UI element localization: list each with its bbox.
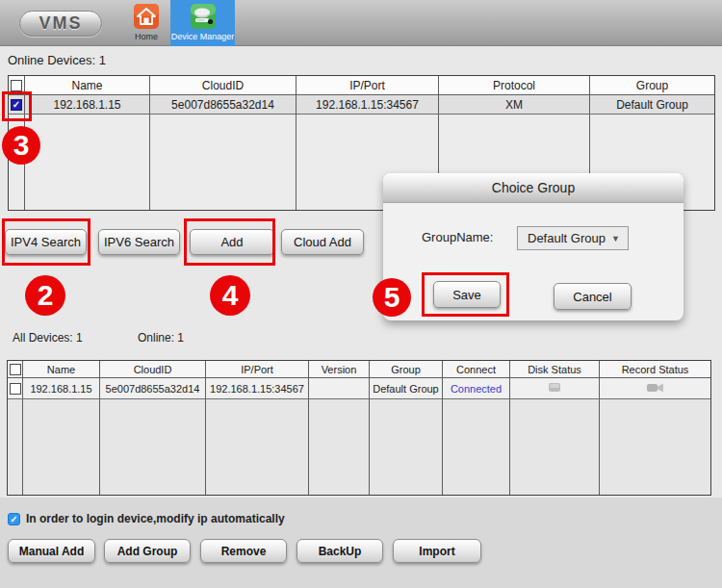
cell-cloudid: 5e007d8655a32d14	[150, 95, 297, 114]
col-cloudid: CloudID	[100, 361, 206, 377]
col-connect: Connect	[443, 361, 510, 377]
ipv6-search-button[interactable]: IPV6 Search	[98, 229, 180, 255]
tab-device-manager-label: Device Manager	[171, 32, 235, 41]
import-button[interactable]: Import	[393, 539, 481, 563]
cell-version	[309, 378, 370, 398]
select-all-checkbox[interactable]	[11, 80, 22, 91]
tab-home[interactable]: Home	[123, 0, 169, 46]
col-version: Version	[309, 361, 370, 377]
online-table-header: Name CloudID IP/Port Protocol Group	[9, 76, 714, 95]
cancel-button[interactable]: Cancel	[554, 283, 632, 310]
group-name-dropdown[interactable]: Default Group ▼	[517, 226, 629, 250]
vms-window: VMS Home	[0, 0, 722, 588]
all-devices-table: Name CloudID IP/Port Version Group Conne…	[7, 360, 711, 496]
online-device-row[interactable]: ✓ 192.168.1.15 5e007d8655a32d14 192.168.…	[9, 95, 714, 115]
annotation-step-4: 4	[210, 275, 250, 316]
cell-ipport: 192.168.1.15:34567	[297, 95, 439, 114]
backup-button[interactable]: BackUp	[297, 539, 383, 563]
device-checkbox[interactable]	[10, 383, 21, 395]
cell-disk-status	[510, 378, 600, 398]
row-checkbox-cell: ✓	[9, 95, 25, 114]
camera-icon	[647, 383, 664, 395]
cell-group: Default Group	[590, 95, 714, 114]
row-checkbox-cell	[8, 378, 23, 398]
device-row[interactable]: 192.168.1.15 5e007d8655a32d14 192.168.1.…	[8, 378, 710, 399]
select-all-devices-checkbox[interactable]	[10, 364, 21, 375]
col-group: Group	[370, 361, 443, 377]
col-ipport: IP/Port	[206, 361, 309, 377]
cloud-add-button[interactable]: Cloud Add	[281, 229, 364, 255]
col-name: Name	[25, 76, 150, 94]
cell-name: 192.168.1.15	[25, 95, 150, 114]
auto-modify-ip-checkbox[interactable]: ✓	[8, 513, 20, 525]
cell-protocol: XM	[439, 95, 590, 114]
online-devices-count: Online Devices: 1	[8, 53, 106, 67]
manual-add-button[interactable]: Manual Add	[8, 539, 95, 563]
col-disk-status: Disk Status	[510, 361, 600, 377]
chevron-down-icon: ▼	[611, 234, 620, 243]
save-button[interactable]: Save	[433, 281, 501, 308]
cell-record-status	[600, 378, 710, 398]
ipv4-search-button[interactable]: IPV4 Search	[5, 229, 87, 255]
tab-home-label: Home	[135, 32, 158, 41]
col-protocol: Protocol	[439, 76, 590, 94]
tab-device-manager[interactable]: Device Manager	[170, 0, 235, 46]
device-row-checkbox[interactable]: ✓	[11, 99, 22, 111]
add-group-button[interactable]: Add Group	[104, 539, 191, 563]
col-cloudid: CloudID	[150, 76, 297, 94]
auto-modify-ip-label: In order to login device,modify ip autom…	[26, 512, 285, 525]
check-icon: ✓	[13, 100, 20, 110]
col-group: Group	[590, 76, 714, 94]
device-manager-icon	[191, 4, 216, 29]
col-name: Name	[23, 361, 100, 377]
remove-button[interactable]: Remove	[200, 539, 287, 563]
all-devices-count: All Devices: 1	[13, 331, 83, 345]
cell-ipport: 192.168.1.15:34567	[206, 378, 309, 398]
header-checkbox-cell	[9, 76, 25, 94]
devices-table-empty-area	[8, 399, 710, 495]
vms-logo-text: VMS	[39, 13, 82, 34]
dialog-title: Choice Group	[383, 173, 683, 203]
group-name-label: GroupName:	[422, 230, 493, 244]
col-record-status: Record Status	[600, 361, 710, 377]
vms-logo: VMS	[19, 11, 102, 37]
top-toolbar: VMS Home	[0, 0, 722, 46]
col-ipport: IP/Port	[297, 76, 439, 94]
home-icon	[134, 4, 159, 29]
cell-name: 192.168.1.15	[23, 378, 100, 398]
annotation-step-2: 2	[25, 275, 65, 316]
online-count: Online: 1	[138, 331, 184, 345]
check-icon: ✓	[10, 514, 17, 524]
cell-group: Default Group	[370, 378, 443, 398]
header-checkbox-cell	[8, 361, 23, 377]
cell-connect-status: Connected	[443, 378, 510, 398]
group-name-value: Default Group	[528, 231, 611, 245]
add-button[interactable]: Add	[190, 229, 274, 255]
devices-table-header: Name CloudID IP/Port Version Group Conne…	[8, 361, 710, 378]
choice-group-dialog: Choice Group GroupName: Default Group ▼ …	[383, 173, 683, 320]
disk-icon	[548, 382, 561, 395]
cell-cloudid: 5e007d8655a32d14	[100, 378, 206, 398]
